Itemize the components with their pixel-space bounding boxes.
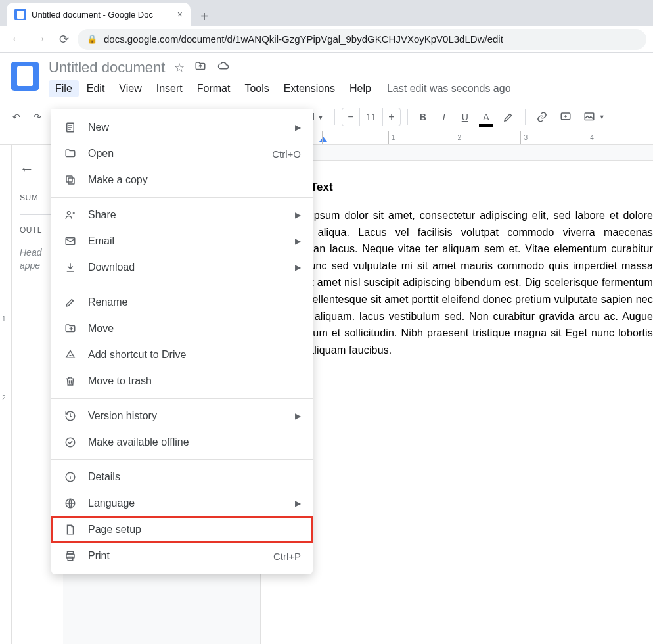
ruler-tick: 3 [520, 131, 587, 144]
doc-heading: Demo Text [277, 181, 653, 194]
page-icon [63, 524, 78, 536]
menu-extensions[interactable]: Extensions [277, 80, 342, 97]
copy-icon [63, 174, 78, 186]
insert-link-button[interactable] [532, 108, 552, 126]
browser-tab[interactable]: Untitled document - Google Doc × [7, 3, 191, 26]
browser-tab-strip: Untitled document - Google Doc × + [0, 0, 653, 26]
font-size-increase[interactable]: + [383, 111, 400, 123]
star-icon[interactable]: ☆ [174, 60, 185, 75]
chevron-right-icon: ▶ [295, 499, 301, 508]
rename-icon [63, 296, 78, 308]
drive-shortcut-icon [63, 349, 78, 361]
menu-version-history[interactable]: Version history ▶ [51, 403, 313, 429]
menu-email[interactable]: Email ▶ [51, 228, 313, 254]
separator [334, 109, 335, 125]
redo-button[interactable]: ↷ [29, 108, 46, 126]
menu-file[interactable]: File [49, 80, 79, 97]
file-menu-dropdown: New ▶ Open Ctrl+O Make a copy Share ▶ Em… [51, 109, 313, 574]
ruler-tick: 2 [455, 131, 521, 144]
ruler-tick [322, 131, 388, 144]
menu-details[interactable]: Details [51, 464, 313, 490]
shortcut-label: Ctrl+P [273, 551, 301, 562]
shortcut-label: Ctrl+O [272, 149, 301, 160]
chevron-right-icon: ▶ [295, 263, 301, 272]
doc-body: Lorem ipsum dolor sit amet, consectetur … [277, 207, 653, 358]
summary-label: SUM [20, 193, 55, 202]
menu-move[interactable]: Move [51, 315, 313, 342]
menu-language[interactable]: Language ▶ [51, 490, 313, 517]
svg-point-5 [68, 212, 71, 215]
vertical-ruler[interactable]: 1 2 [0, 145, 12, 644]
document-title[interactable]: Untitled document [49, 59, 165, 76]
lock-icon: 🔒 [87, 34, 97, 44]
cloud-status-icon[interactable] [216, 60, 231, 75]
svg-rect-4 [66, 176, 72, 182]
outline-label: OUTL [20, 225, 55, 235]
font-size-value[interactable]: 11 [359, 108, 383, 126]
menu-edit[interactable]: Edit [80, 80, 112, 97]
document-icon [63, 122, 78, 133]
text-color-button[interactable]: A [478, 108, 495, 126]
italic-button[interactable]: I [436, 108, 453, 126]
close-tab-icon[interactable]: × [177, 9, 183, 20]
browser-address-bar: ← → ⟳ 🔒 docs.google.com/document/d/1wANQ… [0, 26, 653, 53]
ruler-tick: 4 [587, 131, 653, 144]
font-size-stepper: − 11 + [342, 108, 401, 126]
menu-share[interactable]: Share ▶ [51, 202, 313, 228]
reload-button[interactable]: ⟳ [54, 30, 74, 49]
menu-offline[interactable]: Make available offline [51, 429, 313, 455]
forward-button[interactable]: → [30, 30, 50, 49]
new-tab-button[interactable]: + [194, 7, 214, 26]
menu-new[interactable]: New ▶ [51, 114, 313, 141]
move-folder-icon[interactable] [194, 60, 207, 75]
last-edit-link[interactable]: Last edit was seconds ago [387, 83, 511, 95]
menu-format[interactable]: Format [191, 80, 237, 97]
menu-page-setup[interactable]: Page setup [51, 517, 313, 543]
url-box[interactable]: 🔒 docs.google.com/document/d/1wANQkil-Gz… [78, 29, 646, 50]
history-icon [63, 410, 78, 422]
email-icon [63, 235, 78, 247]
menu-open[interactable]: Open Ctrl+O [51, 141, 313, 167]
highlight-button[interactable] [499, 108, 518, 126]
separator [407, 109, 408, 125]
print-icon [63, 550, 78, 562]
underline-button[interactable]: U [457, 108, 474, 126]
trash-icon [63, 375, 78, 387]
collapse-outline-button[interactable]: ← [20, 160, 55, 177]
insert-image-button[interactable]: ▼ [579, 108, 609, 126]
docs-favicon [14, 9, 26, 20]
docs-header: Untitled document ☆ File Edit View Inser… [0, 53, 653, 97]
chevron-right-icon: ▶ [295, 123, 301, 132]
url-text: docs.google.com/document/d/1wANQkil-GzgY… [104, 34, 503, 45]
move-icon [63, 323, 78, 334]
folder-icon [63, 148, 78, 160]
menu-tools[interactable]: Tools [238, 80, 275, 97]
undo-button[interactable]: ↶ [8, 108, 25, 126]
bold-button[interactable]: B [415, 108, 432, 126]
document-page[interactable]: Demo Text Lorem ipsum dolor sit amet, co… [260, 160, 653, 644]
menu-insert[interactable]: Insert [150, 80, 189, 97]
menu-make-copy[interactable]: Make a copy [51, 167, 313, 193]
globe-icon [63, 497, 78, 509]
chevron-right-icon: ▶ [295, 411, 301, 421]
font-size-decrease[interactable]: − [342, 111, 359, 123]
docs-logo[interactable] [11, 62, 39, 91]
menu-add-shortcut[interactable]: Add shortcut to Drive [51, 342, 313, 368]
add-comment-button[interactable] [556, 108, 575, 126]
separator [525, 109, 526, 125]
tab-title: Untitled document - Google Doc [32, 10, 153, 20]
menu-view[interactable]: View [112, 80, 148, 97]
menu-help[interactable]: Help [343, 80, 378, 97]
chevron-right-icon: ▶ [295, 210, 301, 219]
menu-move-to-trash[interactable]: Move to trash [51, 368, 313, 394]
ruler-tick: 1 [388, 131, 455, 144]
back-button[interactable]: ← [7, 30, 26, 49]
menu-rename[interactable]: Rename [51, 289, 313, 315]
share-icon [63, 209, 78, 221]
menubar: File Edit View Insert Format Tools Exten… [49, 80, 511, 97]
menu-download[interactable]: Download ▶ [51, 254, 313, 281]
menu-print[interactable]: Print Ctrl+P [51, 543, 313, 569]
svg-rect-3 [68, 178, 74, 184]
divider [20, 214, 55, 215]
info-icon [63, 471, 78, 483]
